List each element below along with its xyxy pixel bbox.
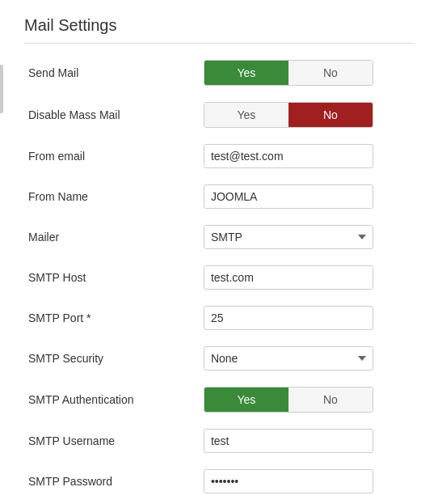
from-email-label: From email — [24, 136, 200, 176]
smtp-username-input[interactable] — [204, 429, 373, 453]
smtp-port-row: SMTP Port * — [24, 298, 414, 338]
smtp-auth-toggle[interactable]: Yes No — [204, 387, 373, 413]
settings-form: Send Mail Yes No Disable Mass Mail Yes N… — [24, 52, 414, 502]
smtp-password-input[interactable] — [204, 469, 373, 493]
from-name-input[interactable] — [204, 184, 373, 209]
smtp-password-label: SMTP Password — [24, 461, 200, 502]
smtp-port-label: SMTP Port * — [24, 298, 200, 338]
smtp-security-row: SMTP Security None SSL/TLS STARTTLS — [24, 338, 414, 379]
smtp-password-row: SMTP Password — [24, 461, 414, 502]
smtp-host-row: SMTP Host — [24, 257, 414, 298]
send-mail-toggle[interactable]: Yes No — [204, 60, 373, 86]
smtp-security-label: SMTP Security — [24, 338, 200, 379]
smtp-security-select[interactable]: None SSL/TLS STARTTLS — [204, 346, 373, 371]
smtp-host-label: SMTP Host — [24, 257, 200, 298]
mail-settings-container: Mail Settings Send Mail Yes No Disable M… — [0, 0, 438, 504]
smtp-auth-row: SMTP Authentication Yes No — [24, 379, 414, 421]
mailer-row: Mailer SMTP Sendmail PHP Mail — [24, 217, 414, 257]
send-mail-yes-button[interactable]: Yes — [204, 61, 288, 85]
smtp-auth-label: SMTP Authentication — [24, 379, 200, 421]
smtp-username-row: SMTP Username — [24, 421, 414, 461]
smtp-port-input[interactable] — [204, 306, 373, 330]
mailer-select[interactable]: SMTP Sendmail PHP Mail — [204, 225, 373, 249]
disable-mass-mail-label: Disable Mass Mail — [24, 94, 200, 136]
from-email-row: From email — [24, 136, 414, 176]
from-name-row: From Name — [24, 176, 414, 217]
smtp-auth-no-button[interactable]: No — [288, 388, 373, 412]
left-bar-decoration — [0, 65, 3, 113]
send-mail-no-button[interactable]: No — [288, 61, 373, 85]
smtp-auth-yes-button[interactable]: Yes — [204, 388, 288, 412]
disable-mass-mail-yes-button[interactable]: Yes — [204, 103, 288, 127]
smtp-username-label: SMTP Username — [24, 421, 200, 461]
smtp-host-input[interactable] — [204, 265, 373, 290]
disable-mass-mail-no-button[interactable]: No — [288, 103, 373, 127]
from-name-label: From Name — [24, 176, 200, 217]
page-title: Mail Settings — [24, 16, 414, 44]
send-mail-row: Send Mail Yes No — [24, 52, 414, 94]
disable-mass-mail-row: Disable Mass Mail Yes No — [24, 94, 414, 136]
from-email-input[interactable] — [204, 144, 373, 168]
mailer-label: Mailer — [24, 217, 200, 257]
send-mail-label: Send Mail — [24, 52, 200, 94]
disable-mass-mail-toggle[interactable]: Yes No — [204, 102, 373, 128]
